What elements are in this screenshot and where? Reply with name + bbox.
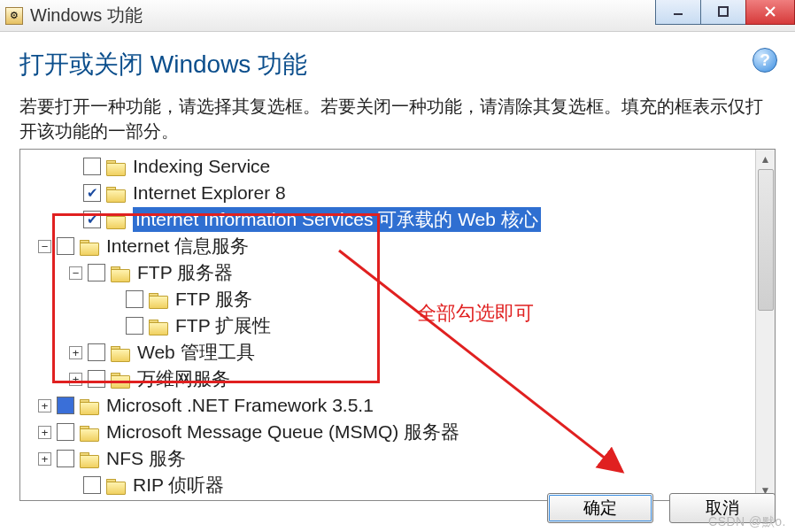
collapse-icon[interactable]: −: [69, 266, 82, 280]
feature-label: Internet Information Services 可承载的 Web 核…: [133, 207, 541, 232]
feature-label: FTP 服务: [175, 287, 252, 312]
feature-tree-container: Indexing ServiceInternet Explorer 8Inter…: [19, 149, 776, 501]
folder-icon: [106, 212, 126, 227]
ok-button[interactable]: 确定: [547, 493, 653, 523]
feature-label: Indexing Service: [133, 156, 270, 177]
feature-label: Web 管理工具: [137, 340, 255, 365]
feature-checkbox[interactable]: [88, 370, 105, 388]
feature-checkbox[interactable]: [57, 450, 74, 467]
feature-checkbox[interactable]: [83, 476, 101, 494]
tree-row[interactable]: FTP 服务: [20, 286, 775, 312]
folder-icon: [106, 158, 126, 174]
tree-row[interactable]: +Microsoft .NET Framework 3.5.1: [20, 392, 775, 419]
feature-label: Microsoft Message Queue (MSMQ) 服务器: [106, 420, 459, 444]
tree-row[interactable]: Indexing Service: [20, 153, 775, 180]
feature-checkbox[interactable]: [88, 343, 105, 361]
feature-checkbox[interactable]: [57, 237, 74, 255]
tree-row[interactable]: +NFS 服务: [20, 445, 775, 472]
feature-checkbox[interactable]: [57, 423, 74, 441]
window-title: Windows 功能: [30, 4, 143, 27]
tree-row[interactable]: Internet Information Services 可承载的 Web 核…: [20, 206, 775, 233]
folder-icon: [80, 424, 99, 440]
tree-row[interactable]: −Internet 信息服务: [20, 233, 775, 259]
feature-checkbox[interactable]: [126, 290, 143, 308]
feature-label: Internet Explorer 8: [133, 182, 286, 204]
expand-icon[interactable]: +: [38, 452, 51, 466]
feature-checkbox[interactable]: [83, 211, 101, 228]
titlebar: ⚙ Windows 功能: [0, 0, 795, 32]
feature-label: FTP 服务器: [137, 260, 233, 285]
folder-icon: [149, 291, 168, 307]
folder-icon: [80, 238, 99, 254]
tree-row[interactable]: +Web 管理工具: [20, 339, 775, 366]
folder-icon: [106, 477, 126, 493]
feature-label: RIP 侦听器: [133, 473, 224, 497]
expand-icon[interactable]: +: [69, 373, 82, 386]
dialog-description: 若要打开一种功能，请选择其复选框。若要关闭一种功能，请清除其复选框。填充的框表示…: [19, 94, 776, 143]
feature-checkbox[interactable]: [126, 317, 143, 335]
folder-icon: [111, 265, 130, 281]
dialog-content: ? 打开或关闭 Windows 功能 若要打开一种功能，请选择其复选框。若要关闭…: [0, 32, 795, 143]
feature-checkbox[interactable]: [88, 264, 105, 281]
help-icon[interactable]: ?: [753, 48, 777, 73]
scroll-up-icon[interactable]: ▲: [756, 150, 776, 169]
tree-row[interactable]: −FTP 服务器: [20, 259, 775, 286]
feature-label: NFS 服务: [106, 446, 186, 471]
expand-icon[interactable]: +: [38, 399, 51, 412]
folder-icon: [111, 371, 130, 387]
feature-checkbox[interactable]: [83, 158, 101, 175]
maximize-button[interactable]: [700, 0, 746, 25]
folder-icon: [149, 318, 168, 334]
folder-icon: [80, 397, 99, 413]
app-icon: ⚙: [5, 7, 23, 25]
feature-label: 万维网服务: [137, 366, 230, 391]
vertical-scrollbar[interactable]: ▲ ▼: [755, 150, 775, 500]
feature-checkbox[interactable]: [57, 397, 74, 414]
folder-icon: [80, 451, 99, 466]
feature-label: FTP 扩展性: [175, 313, 271, 338]
expand-icon[interactable]: +: [38, 426, 51, 439]
svg-rect-1: [719, 7, 728, 16]
folder-icon: [106, 185, 126, 201]
tree-row[interactable]: +Microsoft Message Queue (MSMQ) 服务器: [20, 419, 775, 445]
feature-checkbox[interactable]: [83, 184, 101, 202]
tree-row[interactable]: FTP 扩展性: [20, 312, 775, 339]
feature-tree: Indexing ServiceInternet Explorer 8Inter…: [20, 150, 775, 501]
expand-icon[interactable]: +: [69, 346, 82, 359]
tree-row[interactable]: Internet Explorer 8: [20, 180, 775, 206]
folder-icon: [111, 344, 130, 360]
collapse-icon[interactable]: −: [38, 240, 51, 253]
scroll-thumb[interactable]: [758, 169, 774, 311]
close-button[interactable]: [745, 0, 795, 25]
window-controls: [656, 0, 795, 25]
tree-row[interactable]: +万维网服务: [20, 366, 775, 392]
minimize-button[interactable]: [655, 0, 701, 25]
dialog-heading: 打开或关闭 Windows 功能: [19, 48, 776, 81]
feature-label: Internet 信息服务: [106, 234, 249, 258]
feature-label: Microsoft .NET Framework 3.5.1: [106, 395, 374, 416]
watermark: CSDN @默o.: [708, 514, 786, 530]
